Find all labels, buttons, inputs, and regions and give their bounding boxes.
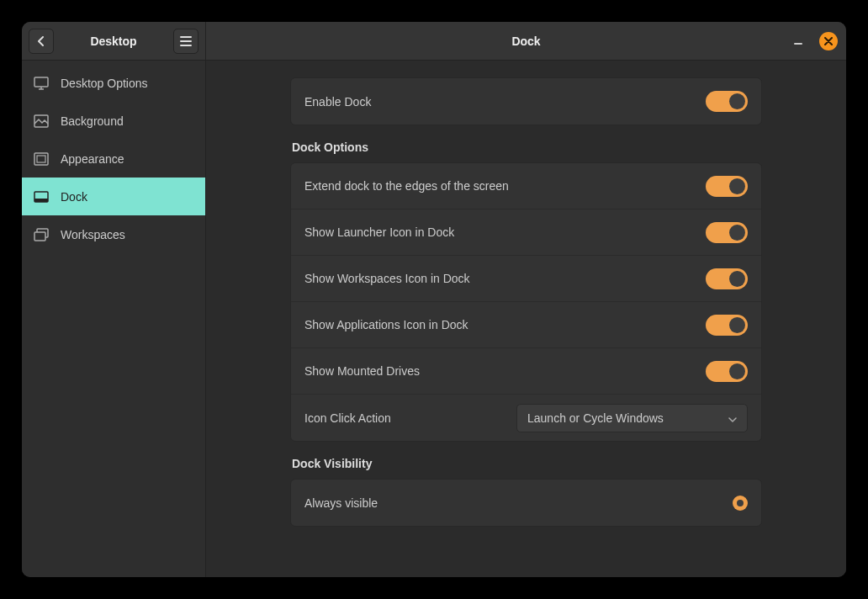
show-mounted-row: Show Mounted Drives bbox=[291, 348, 761, 395]
desktop-icon bbox=[34, 76, 49, 91]
extend-dock-row: Extend dock to the edges of the screen bbox=[291, 163, 761, 209]
settings-window: Desktop Desktop Options Background bbox=[22, 22, 846, 577]
show-workspaces-label: Show Workspaces Icon in Dock bbox=[304, 272, 706, 285]
minimize-icon bbox=[793, 36, 803, 46]
show-applications-toggle[interactable] bbox=[706, 315, 748, 336]
page-title: Dock bbox=[511, 34, 540, 48]
sidebar-item-label: Background bbox=[61, 114, 124, 128]
dock-visibility-title: Dock Visibility bbox=[292, 457, 762, 470]
always-visible-label: Always visible bbox=[304, 496, 733, 510]
sidebar-item-label: Dock bbox=[61, 190, 87, 204]
svg-rect-0 bbox=[34, 77, 48, 87]
hamburger-icon bbox=[180, 36, 192, 46]
show-workspaces-toggle[interactable] bbox=[706, 268, 748, 289]
show-applications-row: Show Applications Icon in Dock bbox=[291, 302, 761, 348]
enable-dock-card: Enable Dock bbox=[290, 77, 762, 125]
window-controls bbox=[789, 22, 838, 61]
svg-rect-5 bbox=[34, 199, 48, 202]
hamburger-menu-button[interactable] bbox=[173, 29, 198, 54]
always-visible-row[interactable]: Always visible bbox=[291, 480, 761, 526]
svg-rect-7 bbox=[34, 232, 45, 241]
dock-options-title: Dock Options bbox=[292, 140, 762, 154]
chevron-down-icon bbox=[728, 411, 737, 425]
close-button[interactable] bbox=[819, 32, 838, 50]
show-launcher-row: Show Launcher Icon in Dock bbox=[291, 209, 761, 256]
close-icon bbox=[824, 37, 833, 45]
icon-click-action-label: Icon Click Action bbox=[304, 411, 516, 425]
sidebar-item-dock[interactable]: Dock bbox=[22, 178, 205, 215]
show-mounted-label: Show Mounted Drives bbox=[304, 364, 706, 378]
dock-icon bbox=[34, 189, 49, 204]
show-applications-label: Show Applications Icon in Dock bbox=[304, 318, 706, 331]
extend-dock-label: Extend dock to the edges of the screen bbox=[304, 179, 706, 193]
back-button[interactable] bbox=[29, 29, 54, 54]
background-icon bbox=[34, 114, 49, 129]
sidebar-title: Desktop bbox=[61, 34, 167, 48]
enable-dock-toggle[interactable] bbox=[706, 91, 748, 112]
workspaces-icon bbox=[34, 227, 49, 242]
svg-rect-3 bbox=[37, 156, 45, 162]
enable-dock-row: Enable Dock bbox=[291, 78, 761, 125]
chevron-left-icon bbox=[36, 36, 46, 46]
icon-click-action-dropdown[interactable]: Launch or Cycle Windows bbox=[516, 404, 748, 432]
show-launcher-toggle[interactable] bbox=[706, 222, 748, 243]
sidebar-item-label: Appearance bbox=[61, 152, 124, 166]
sidebar-item-workspaces[interactable]: Workspaces bbox=[22, 215, 205, 253]
sidebar-item-appearance[interactable]: Appearance bbox=[22, 140, 205, 178]
enable-dock-label: Enable Dock bbox=[304, 95, 706, 109]
show-workspaces-row: Show Workspaces Icon in Dock bbox=[291, 256, 761, 302]
sidebar-item-label: Desktop Options bbox=[61, 77, 148, 90]
icon-click-action-row: Icon Click Action Launch or Cycle Window… bbox=[291, 395, 761, 441]
show-launcher-label: Show Launcher Icon in Dock bbox=[304, 225, 706, 239]
sidebar-item-desktop-options[interactable]: Desktop Options bbox=[22, 64, 205, 102]
content-area[interactable]: Enable Dock Dock Options Extend dock to … bbox=[206, 61, 846, 577]
minimize-button[interactable] bbox=[789, 32, 807, 50]
sidebar-list: Desktop Options Background Appearance Do… bbox=[22, 61, 205, 253]
extend-dock-toggle[interactable] bbox=[706, 176, 748, 197]
always-visible-radio[interactable] bbox=[733, 496, 748, 511]
dropdown-selected-value: Launch or Cycle Windows bbox=[527, 411, 664, 425]
appearance-icon bbox=[34, 151, 49, 167]
show-mounted-toggle[interactable] bbox=[706, 361, 748, 382]
dock-visibility-card: Always visible bbox=[290, 479, 762, 527]
sidebar: Desktop Desktop Options Background bbox=[22, 22, 206, 577]
sidebar-item-background[interactable]: Background bbox=[22, 102, 205, 140]
main-header: Dock bbox=[206, 22, 846, 61]
sidebar-item-label: Workspaces bbox=[61, 228, 125, 241]
sidebar-header: Desktop bbox=[22, 22, 205, 61]
dock-options-card: Extend dock to the edges of the screen S… bbox=[290, 162, 762, 442]
main-panel: Dock Enable Dock Dock Options bbox=[206, 22, 846, 577]
